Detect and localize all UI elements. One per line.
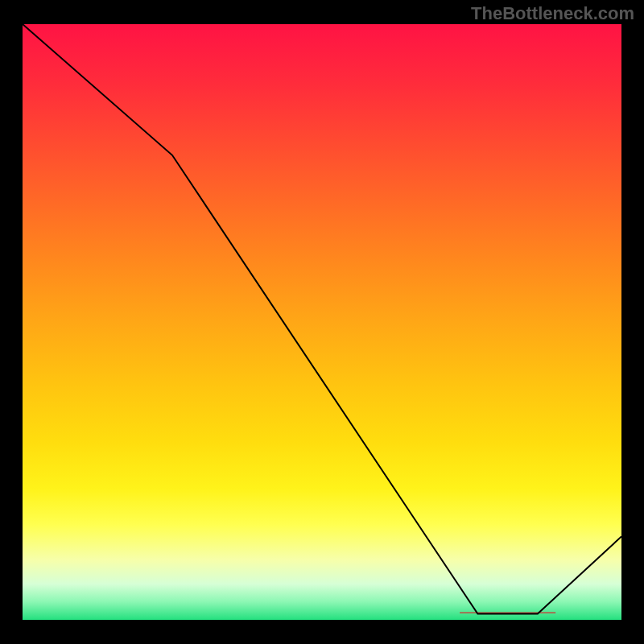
watermark-text: TheBottleneck.com [471, 3, 634, 24]
chart-plot-area [23, 24, 621, 620]
chart-background [23, 24, 621, 620]
chart-svg [23, 24, 621, 620]
